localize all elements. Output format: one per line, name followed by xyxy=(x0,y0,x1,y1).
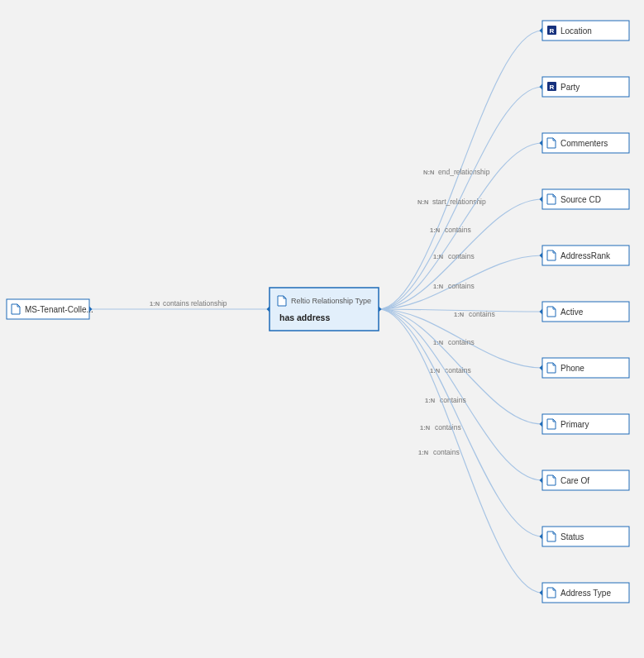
node-right-4[interactable]: AddressRank xyxy=(542,246,629,265)
node-right-label-4: AddressRank xyxy=(561,251,611,260)
node-right-label-2: Commenters xyxy=(561,139,608,148)
edge-right-card-10: 1:N xyxy=(418,449,428,456)
node-right-label-8: Care Of xyxy=(561,476,589,485)
node-right-label-5: Active xyxy=(561,308,584,317)
edge-right-label-7: contains xyxy=(445,366,471,374)
edge-right-label-6: contains xyxy=(448,338,475,346)
node-right-1[interactable]: RParty xyxy=(542,77,629,97)
node-right-3[interactable]: Source CD xyxy=(542,189,629,209)
diagram-canvas[interactable]: 1:Ncontains relationshipN:Nend_relations… xyxy=(0,0,644,658)
node-right-label-9: Status xyxy=(561,532,584,541)
node-center-type: Reltio Relationship Type xyxy=(291,297,371,305)
node-right-label-6: Phone xyxy=(561,364,584,373)
edge-right-label-5: contains xyxy=(469,310,495,318)
node-right-label-0: Location xyxy=(561,26,592,36)
edge-right-card-8: 1:N xyxy=(425,397,435,404)
node-center-name: has address xyxy=(279,312,330,322)
edge-right-label-8: contains xyxy=(440,396,466,404)
edge-right-label-4: contains xyxy=(448,282,475,290)
node-right-label-3: Source CD xyxy=(561,195,601,204)
node-right-label-1: Party xyxy=(561,83,580,92)
node-right-5[interactable]: Active xyxy=(542,302,629,322)
edge-right-card-9: 1:N xyxy=(420,424,430,432)
node-right-10[interactable]: Address Type xyxy=(542,583,629,603)
node-right-0[interactable]: RLocation xyxy=(542,21,629,41)
edge-right-label-0: end_relationship xyxy=(438,168,490,176)
node-right-label-10: Address Type xyxy=(561,589,611,598)
edge-right-card-1: N:N xyxy=(417,198,428,206)
edge-right-label-10: contains xyxy=(433,448,460,456)
edge-left-card: 1:N xyxy=(150,300,160,308)
edge-left-label: contains relationship xyxy=(163,299,227,308)
edge-right-card-2: 1:N xyxy=(430,226,440,234)
edge-right-card-3: 1:N xyxy=(433,253,443,260)
node-center[interactable]: Reltio Relationship Typehas address xyxy=(270,288,379,331)
node-left-label: MS-Tenant-Colle... xyxy=(25,305,93,314)
node-right-6[interactable]: Phone xyxy=(542,358,629,378)
node-right-7[interactable]: Primary xyxy=(542,414,629,434)
node-right-2[interactable]: Commenters xyxy=(542,133,629,153)
edge-right-8 xyxy=(379,309,542,480)
edge-right-card-0: N:N xyxy=(423,169,434,176)
edge-right-card-4: 1:N xyxy=(433,283,443,290)
node-right-8[interactable]: Care Of xyxy=(542,470,629,490)
node-right-9[interactable]: Status xyxy=(542,527,629,546)
edge-right-card-5: 1:N xyxy=(454,311,464,318)
node-left[interactable]: MS-Tenant-Colle... xyxy=(7,299,93,319)
edge-right-label-9: contains xyxy=(435,423,461,432)
svg-rect-1 xyxy=(270,288,379,331)
node-right-label-7: Primary xyxy=(561,420,589,429)
edge-right-label-3: contains xyxy=(448,252,475,260)
edge-right-label-2: contains xyxy=(445,226,471,234)
edge-right-10 xyxy=(379,309,542,593)
svg-text:R: R xyxy=(550,83,555,91)
svg-text:R: R xyxy=(550,27,555,35)
